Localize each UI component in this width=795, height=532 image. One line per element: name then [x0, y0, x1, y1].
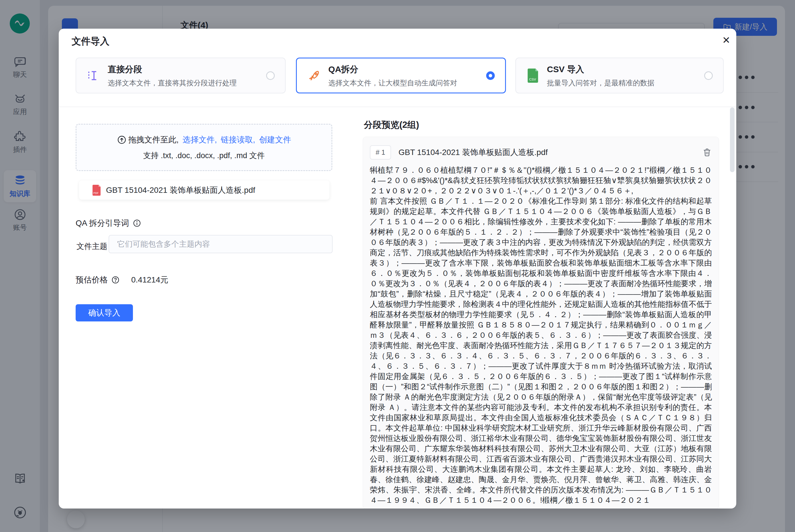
- segment-icon: [87, 69, 100, 82]
- confirm-import-button[interactable]: 确认导入: [76, 304, 133, 321]
- mode-title: 直接分段: [108, 63, 259, 75]
- chunk-text: 犐植犎７９．０６０植植犎棡７０!"＃＄％＆''()*椴棡／檄１５１０４—２０２１…: [370, 165, 712, 506]
- preview-chunk-card: # 1 GBT 15104-2021 装饰单板贴面人造板.pdf 犐植犎７９．０…: [363, 137, 719, 509]
- close-icon[interactable]: ✕: [719, 33, 734, 48]
- create-file-link[interactable]: 创建文件: [259, 134, 291, 145]
- drop-text: 拖拽文件至此,: [128, 134, 181, 145]
- price-value: 0.41214元: [131, 274, 168, 285]
- mode-title: CSV 导入: [547, 63, 697, 75]
- price-label: 预估价格: [76, 274, 108, 285]
- csv-file-icon: CSV: [526, 68, 540, 83]
- price-row: 预估价格 0.41214元: [76, 274, 168, 285]
- radio-direct-segment[interactable]: [266, 71, 275, 80]
- file-import-modal: 文件导入 ✕ 直接分段 选择文本文件，直接将其按分段进行处理 QA拆分 选择文本…: [59, 28, 736, 509]
- uploaded-file-item[interactable]: PDF GBT 15104-2021 装饰单板贴面人造板.pdf: [79, 180, 329, 200]
- chunk-file-name: GBT 15104-2021 装饰单板贴面人造板.pdf: [398, 147, 695, 158]
- pdf-file-icon: PDF: [92, 185, 101, 196]
- file-dropzone[interactable]: 拖拽文件至此, 选择文件, 链接读取, 创建文件 支持 .txt, .doc, …: [76, 124, 332, 171]
- radio-qa-split[interactable]: [486, 71, 495, 80]
- chunk-paragraph: 装饰单板贴面人造板１ 范围本文件规定了装饰单板贴面人造板的术语和定义、分类、要求…: [370, 505, 712, 506]
- qa-prompt-label: QA 拆分引导词: [76, 218, 129, 229]
- svg-text:PDF: PDF: [93, 192, 99, 194]
- upload-icon: [117, 135, 127, 145]
- chunk-paragraph: 前 言本文件按照 ＧＢ／Ｔ１．１—２０２０《标准化工作导则 第１部分: 标准化文…: [370, 196, 712, 505]
- topic-input[interactable]: [109, 235, 333, 253]
- qa-prompt-label-row: QA 拆分引导词: [76, 218, 141, 229]
- topic-label: 文件主题: [76, 241, 108, 251]
- rocket-icon: [307, 69, 321, 82]
- mode-card-csv-import[interactable]: CSV CSV 导入 批量导入问答对，是最精准的数据: [515, 58, 724, 93]
- mode-title: QA拆分: [328, 63, 479, 75]
- info-icon[interactable]: [133, 219, 141, 227]
- mode-card-qa-split[interactable]: QA拆分 选择文本文件，让大模型自动生成问答对: [296, 58, 506, 93]
- select-file-link[interactable]: 选择文件,: [183, 134, 219, 145]
- mode-desc: 选择文本文件，直接将其按分段进行处理: [108, 78, 259, 88]
- modal-title: 文件导入: [72, 35, 110, 48]
- chunk-paragraph: 犐植犎７９．０６０植植犎棡７０!"＃＄％＆''()*椴棡／檄１５１０４—２０２１…: [370, 165, 712, 196]
- uploaded-file-name: GBT 15104-2021 装饰单板贴面人造板.pdf: [106, 185, 255, 196]
- supported-types-text: 支持 .txt, .doc, .docx, .pdf, .md 文件: [76, 150, 332, 161]
- divider: [59, 107, 736, 107]
- preview-title: 分段预览(2组): [364, 119, 419, 131]
- modal-scrollbar[interactable]: [730, 108, 735, 172]
- mode-desc: 选择文本文件，让大模型自动生成问答对: [328, 78, 479, 88]
- mode-desc: 批量导入问答对，是最精准的数据: [547, 78, 697, 88]
- question-icon[interactable]: [111, 276, 120, 284]
- mode-card-direct-segment[interactable]: 直接分段 选择文本文件，直接将其按分段进行处理: [76, 58, 286, 93]
- link-read-link[interactable]: 链接读取,: [221, 134, 258, 145]
- delete-chunk-icon[interactable]: [702, 148, 712, 157]
- radio-csv-import[interactable]: [704, 71, 713, 80]
- svg-text:CSV: CSV: [529, 77, 536, 81]
- chunk-index-badge: # 1: [370, 145, 391, 159]
